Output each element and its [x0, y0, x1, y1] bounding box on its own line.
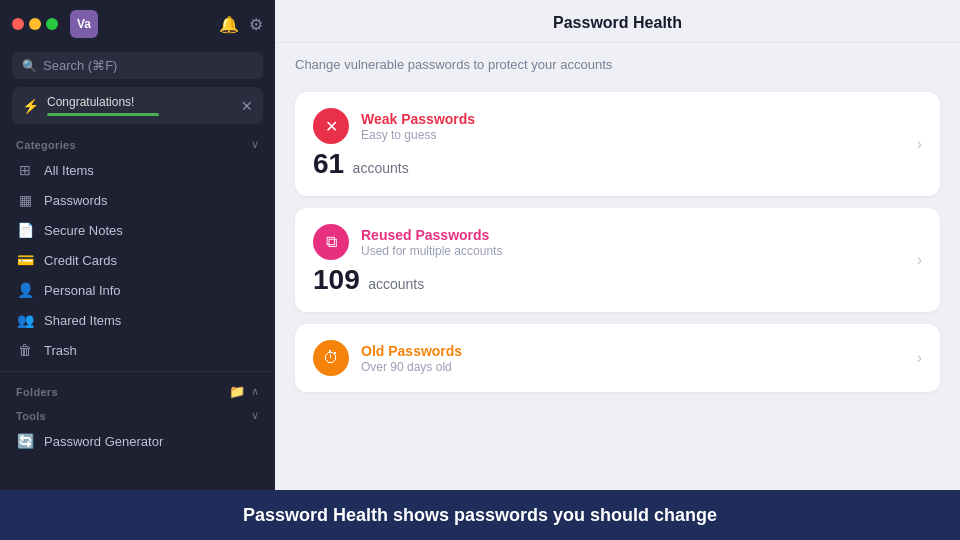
header-icons: 🔔 ⚙ — [219, 15, 263, 34]
search-bar[interactable]: 🔍 Search (⌘F) — [12, 52, 263, 79]
count-label: accounts — [368, 276, 424, 292]
sidebar-item-label: Trash — [44, 343, 77, 358]
card-top: ⧉ Reused Passwords Used for multiple acc… — [313, 224, 922, 260]
sidebar-item-credit-cards[interactable]: 💳 Credit Cards — [0, 245, 275, 275]
sidebar-item-label: Credit Cards — [44, 253, 117, 268]
app-container: Va 🔔 ⚙ 🔍 Search (⌘F) ⚡ Congratulations! … — [0, 0, 960, 490]
search-label: Search (⌘F) — [43, 58, 117, 73]
card-count-row: 61 accounts — [313, 148, 922, 180]
fullscreen-button[interactable] — [46, 18, 58, 30]
close-icon[interactable]: ✕ — [241, 98, 253, 114]
card-description: Over 90 days old — [361, 360, 922, 374]
traffic-lights — [12, 18, 58, 30]
sidebar-item-label: All Items — [44, 163, 94, 178]
bolt-icon: ⚡ — [22, 98, 39, 114]
sidebar-header: Va 🔔 ⚙ — [0, 0, 275, 48]
card-top: ⏱ Old Passwords Over 90 days old — [313, 340, 922, 376]
notif-content: Congratulations! — [47, 95, 233, 116]
bottom-bar: Password Health shows passwords you shou… — [0, 490, 960, 540]
card-type-label: Old Passwords — [361, 343, 922, 359]
sidebar-item-secure-notes[interactable]: 📄 Secure Notes — [0, 215, 275, 245]
sidebar-item-label: Personal Info — [44, 283, 121, 298]
weak-icon: ✕ — [313, 108, 349, 144]
card-description: Used for multiple accounts — [361, 244, 922, 258]
card-type-label: Reused Passwords — [361, 227, 922, 243]
card-info: Old Passwords Over 90 days old — [361, 343, 922, 374]
chevron-down-icon: ∨ — [251, 138, 259, 151]
old-passwords-card[interactable]: ⏱ Old Passwords Over 90 days old › — [295, 324, 940, 392]
x-icon: ✕ — [325, 117, 338, 136]
card-count-row: 109 accounts — [313, 264, 922, 296]
person-icon: 👤 — [16, 282, 34, 298]
divider — [0, 371, 275, 372]
reused-passwords-card[interactable]: ⧉ Reused Passwords Used for multiple acc… — [295, 208, 940, 312]
tools-label: Tools — [16, 410, 46, 422]
chevron-right-icon: › — [917, 135, 922, 153]
generator-icon: 🔄 — [16, 433, 34, 449]
folders-header: Folders 📁 ∧ — [0, 378, 275, 403]
chevron-right-icon: › — [917, 349, 922, 367]
chevron-down-icon: ∨ — [251, 409, 259, 422]
close-button[interactable] — [12, 18, 24, 30]
notification-banner: ⚡ Congratulations! ✕ — [12, 87, 263, 124]
categories-header: Categories ∨ — [0, 132, 275, 155]
minimize-button[interactable] — [29, 18, 41, 30]
clock-icon: ⏱ — [323, 349, 339, 367]
sidebar-item-label: Shared Items — [44, 313, 121, 328]
bell-icon[interactable]: 🔔 — [219, 15, 239, 34]
sidebar-item-label: Secure Notes — [44, 223, 123, 238]
card-description: Easy to guess — [361, 128, 922, 142]
page-title: Password Health — [295, 14, 940, 32]
search-icon: 🔍 — [22, 59, 37, 73]
sidebar-item-personal-info[interactable]: 👤 Personal Info — [0, 275, 275, 305]
folder-add-icon[interactable]: 📁 — [229, 384, 245, 399]
card-top: ✕ Weak Passwords Easy to guess — [313, 108, 922, 144]
cards-container: ✕ Weak Passwords Easy to guess 61 accoun… — [275, 76, 960, 490]
sidebar-item-label: Passwords — [44, 193, 108, 208]
card-icon: 💳 — [16, 252, 34, 268]
card-info: Weak Passwords Easy to guess — [361, 111, 922, 142]
card-info: Reused Passwords Used for multiple accou… — [361, 227, 922, 258]
sidebar-item-password-generator[interactable]: 🔄 Password Generator — [0, 426, 275, 456]
card-type-label: Weak Passwords — [361, 111, 922, 127]
tooltip-text: Password Health shows passwords you shou… — [243, 505, 717, 526]
count-value: 61 — [313, 148, 344, 179]
copy-icon: ⧉ — [326, 233, 337, 251]
sidebar-item-trash[interactable]: 🗑 Trash — [0, 335, 275, 365]
tools-header: Tools ∨ — [0, 403, 275, 426]
reused-icon: ⧉ — [313, 224, 349, 260]
weak-passwords-card[interactable]: ✕ Weak Passwords Easy to guess 61 accoun… — [295, 92, 940, 196]
grid-icon: ⊞ — [16, 162, 34, 178]
sidebar-item-all-items[interactable]: ⊞ All Items — [0, 155, 275, 185]
sidebar: Va 🔔 ⚙ 🔍 Search (⌘F) ⚡ Congratulations! … — [0, 0, 275, 490]
gear-icon[interactable]: ⚙ — [249, 15, 263, 34]
page-subtitle: Change vulnerable passwords to protect y… — [295, 57, 940, 72]
main-header: Password Health — [275, 0, 960, 43]
notif-progress-bar — [47, 113, 159, 116]
trash-icon: 🗑 — [16, 342, 34, 358]
avatar[interactable]: Va — [70, 10, 98, 38]
folders-label: Folders — [16, 386, 58, 398]
chevron-right-icon: › — [917, 251, 922, 269]
note-icon: 📄 — [16, 222, 34, 238]
main-content: Password Health Change vulnerable passwo… — [275, 0, 960, 490]
categories-label: Categories — [16, 139, 76, 151]
sidebar-item-label: Password Generator — [44, 434, 163, 449]
people-icon: 👥 — [16, 312, 34, 328]
sidebar-item-passwords[interactable]: ▦ Passwords — [0, 185, 275, 215]
sidebar-item-shared-items[interactable]: 👥 Shared Items — [0, 305, 275, 335]
notif-text: Congratulations! — [47, 95, 233, 109]
count-value: 109 — [313, 264, 360, 295]
chevron-up-icon: ∧ — [251, 385, 259, 398]
password-icon: ▦ — [16, 192, 34, 208]
old-icon: ⏱ — [313, 340, 349, 376]
count-label: accounts — [353, 160, 409, 176]
